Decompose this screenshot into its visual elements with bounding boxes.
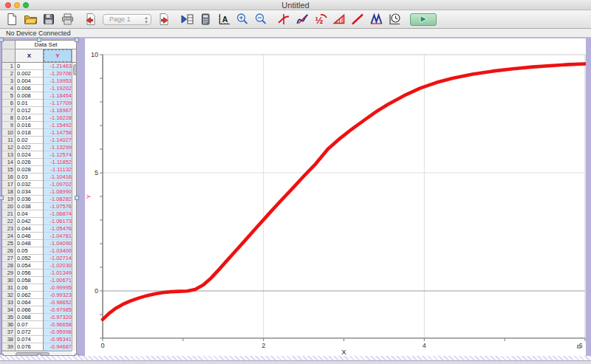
cell-x[interactable]: 0.004 [16, 78, 44, 85]
cell-x[interactable]: 0.05 [16, 247, 44, 255]
cell-x[interactable]: 0.042 [16, 218, 44, 225]
cell-y[interactable]: -1.16967 [44, 107, 72, 114]
cell-y[interactable]: -1.17709 [44, 100, 72, 107]
cell-x[interactable]: 0.022 [16, 144, 44, 151]
cell-x[interactable]: 0.044 [16, 225, 44, 233]
cell-x[interactable]: 0.03 [16, 174, 44, 181]
new-document-button[interactable] [4, 12, 19, 27]
examine-button[interactable] [276, 12, 291, 27]
graph-resize-handle[interactable] [577, 345, 581, 348]
cell-y[interactable]: -0.94687 [44, 343, 72, 351]
cell-y[interactable]: -1.11852 [44, 159, 72, 166]
cell-y[interactable]: -0.97985 [44, 306, 72, 314]
cell-y[interactable]: -1.09702 [44, 181, 72, 188]
print-button[interactable] [60, 12, 75, 27]
linear-fit-button[interactable] [350, 12, 365, 27]
cell-y[interactable]: -1.06874 [44, 210, 72, 218]
data-collection-button[interactable] [387, 12, 402, 27]
selection-handle[interactable] [75, 196, 79, 200]
cell-y[interactable]: -1.00671 [44, 277, 72, 284]
data-table[interactable]: Data Set X Y 10-1.2146320.002-1.2070630.… [1, 40, 77, 356]
cell-y[interactable]: -1.12574 [44, 151, 72, 159]
half-fraction-button[interactable]: ½ [313, 12, 328, 27]
save-button[interactable] [41, 12, 56, 27]
cell-x[interactable]: 0.076 [16, 343, 44, 351]
cell-y[interactable]: -1.03400 [44, 247, 72, 255]
graph-object[interactable]: 02460510XY [85, 38, 586, 356]
cell-x[interactable]: 0.054 [16, 262, 44, 269]
cell-y[interactable]: -1.11132 [44, 166, 72, 174]
curve-fit-button[interactable] [369, 12, 383, 27]
cell-y[interactable]: -1.06173 [44, 218, 72, 225]
shaded-area-button[interactable] [332, 12, 346, 27]
cell-x[interactable]: 0.016 [16, 122, 44, 129]
cell-x[interactable]: 0.008 [16, 92, 44, 100]
cell-y[interactable]: -1.20706 [44, 70, 72, 78]
calculator-button[interactable] [198, 12, 213, 27]
cell-y[interactable]: -0.99995 [44, 284, 72, 292]
cell-y[interactable]: -1.04090 [44, 240, 72, 247]
cell-y[interactable]: -1.21463 [44, 63, 72, 70]
cell-y[interactable]: -1.08282 [44, 196, 72, 203]
cell-x[interactable]: 0.072 [16, 329, 44, 336]
cell-y[interactable]: -1.14758 [44, 129, 72, 137]
graph-canvas[interactable]: 02460510XY [85, 38, 586, 356]
cell-x[interactable]: 0.038 [16, 203, 44, 210]
cell-x[interactable]: 0.052 [16, 255, 44, 262]
cell-x[interactable]: 0.006 [16, 85, 44, 92]
cell-x[interactable]: 0.012 [16, 107, 44, 114]
cell-y[interactable]: -0.98652 [44, 299, 72, 306]
cell-y[interactable]: -1.18454 [44, 92, 72, 100]
cell-x[interactable]: 0.026 [16, 159, 44, 166]
cell-x[interactable]: 0.066 [16, 306, 44, 314]
selection-handle[interactable] [0, 196, 4, 200]
page-forward-button[interactable] [157, 12, 171, 27]
cell-y[interactable]: -1.05476 [44, 225, 72, 233]
cell-x[interactable]: 0.032 [16, 181, 44, 188]
cell-y[interactable]: -1.15492 [44, 122, 72, 129]
cell-y[interactable]: -0.99323 [44, 292, 72, 299]
cell-x[interactable]: 0.068 [16, 314, 44, 321]
selection-handle[interactable] [37, 38, 41, 42]
cell-y[interactable]: -1.19953 [44, 78, 72, 85]
cell-x[interactable]: 0.062 [16, 292, 44, 299]
cell-y[interactable]: -0.96658 [44, 321, 72, 329]
cell-x[interactable]: 0.04 [16, 210, 44, 218]
cell-x[interactable]: 0.06 [16, 284, 44, 292]
cell-x[interactable]: 0.02 [16, 137, 44, 144]
data-playback-button[interactable] [180, 12, 194, 27]
cell-x[interactable]: 0.058 [16, 277, 44, 284]
cell-y[interactable]: -1.14027 [44, 137, 72, 144]
cell-y[interactable]: -1.10416 [44, 174, 72, 181]
cell-y[interactable]: -1.07576 [44, 203, 72, 210]
cell-x[interactable]: 0.028 [16, 166, 44, 174]
autoscale-button[interactable]: A [216, 12, 231, 27]
cell-x[interactable]: 0.048 [16, 240, 44, 247]
cell-y[interactable]: -1.13299 [44, 144, 72, 151]
cell-x[interactable]: 0.034 [16, 188, 44, 196]
column-header-y[interactable]: Y [44, 49, 72, 62]
cell-x[interactable]: 0.07 [16, 321, 44, 329]
cell-x[interactable]: 0.074 [16, 336, 44, 343]
dataset-title[interactable]: Data Set [16, 41, 76, 49]
cell-x[interactable]: 0.046 [16, 233, 44, 240]
zoom-in-button[interactable] [235, 12, 250, 27]
cell-y[interactable]: -1.01349 [44, 269, 72, 277]
cell-x[interactable]: 0 [16, 63, 44, 70]
cell-y[interactable]: -1.04781 [44, 233, 72, 240]
selection-handle[interactable] [0, 38, 4, 42]
cell-y[interactable]: -1.19202 [44, 85, 72, 92]
cell-x[interactable]: 0.002 [16, 70, 44, 78]
collect-button[interactable] [410, 13, 437, 26]
open-button[interactable] [23, 12, 38, 27]
column-header-x[interactable]: X [16, 49, 44, 62]
cell-y[interactable]: -1.02030 [44, 262, 72, 269]
cell-x[interactable]: 0.024 [16, 151, 44, 159]
zoom-out-button[interactable] [253, 12, 268, 27]
cell-x[interactable]: 0.036 [16, 196, 44, 203]
horizontal-scroll-thumb[interactable] [16, 352, 49, 356]
cell-x[interactable]: 0.056 [16, 269, 44, 277]
page-selector[interactable]: Page 1 ▲▼ [103, 14, 151, 25]
cell-y[interactable]: -0.95341 [44, 336, 72, 343]
cell-x[interactable]: 0.018 [16, 129, 44, 137]
